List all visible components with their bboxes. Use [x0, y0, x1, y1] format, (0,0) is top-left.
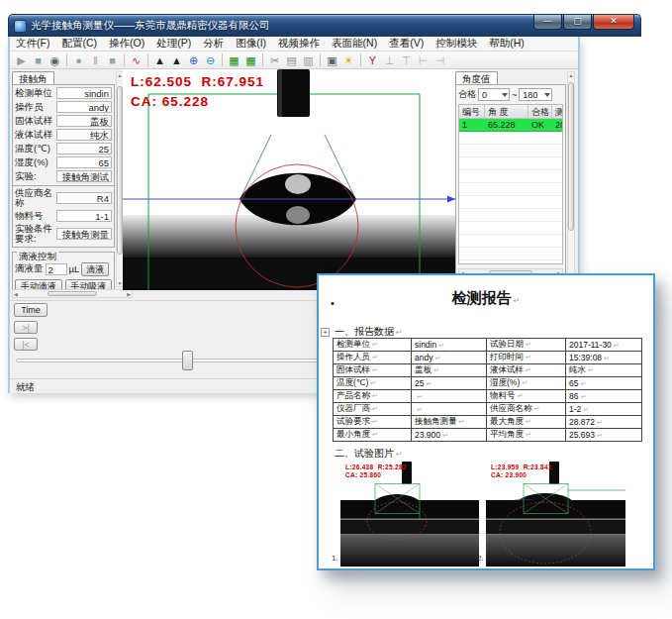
- report-cell-label: 试验要求: [334, 416, 412, 429]
- stop-icon[interactable]: ■: [30, 52, 47, 68]
- close-button[interactable]: ✕: [593, 15, 634, 30]
- outline-expand-icon[interactable]: +: [321, 328, 330, 337]
- dispense-button[interactable]: 滴液: [81, 262, 109, 276]
- menu-item-4[interactable]: 分析: [197, 37, 230, 51]
- menu-item-9[interactable]: 控制模块: [430, 37, 483, 51]
- angle-row-empty: [459, 248, 562, 260]
- field-input[interactable]: 盖板: [56, 115, 112, 127]
- field-input[interactable]: sindin: [56, 87, 112, 99]
- field-input[interactable]: 纯水: [56, 129, 112, 141]
- droplet-highlight-bottom: [286, 206, 310, 224]
- menu-item-0[interactable]: 文件(F): [10, 37, 55, 51]
- report-cell-label: 温度(℃): [334, 377, 412, 390]
- window-title: 光学接触角测量仪——东莞市晟鼎精密仪器有限公司: [31, 19, 270, 33]
- angle-row-empty: [459, 145, 562, 157]
- roi-grid2-icon[interactable]: ▦: [242, 52, 259, 68]
- histogram-icon[interactable]: ∿: [128, 52, 144, 68]
- angle-row-empty: [459, 222, 562, 235]
- angle-right-icon[interactable]: ⊤: [398, 52, 415, 68]
- field-group-2: 供应商名称R4物料号1-1实验条件要求:接触角测量: [12, 186, 115, 248]
- angle-left-icon[interactable]: ⊥: [381, 52, 398, 68]
- angle-table-header: 编号角 度合格测量时间: [459, 105, 562, 119]
- cut-icon[interactable]: ✂: [266, 52, 283, 68]
- report-cell-value: 86: [566, 390, 642, 403]
- maximize-button[interactable]: ▢: [563, 15, 592, 30]
- angle-row-empty: [459, 132, 562, 145]
- angle-tool3-icon[interactable]: ⊢: [415, 52, 432, 68]
- field-input[interactable]: 接触角测试: [56, 170, 112, 182]
- timeline-hscrollbar[interactable]: ◀▶: [12, 289, 133, 298]
- step-forward-button[interactable]: >|: [14, 321, 38, 334]
- angle-col-header[interactable]: 角 度: [485, 105, 528, 118]
- field-label: 检测单位: [15, 88, 56, 98]
- menu-item-2[interactable]: 操作(O): [103, 37, 150, 51]
- menu-item-6[interactable]: 视频操作: [272, 37, 326, 51]
- zoom-out-icon[interactable]: ⊖: [202, 52, 219, 68]
- field-input[interactable]: 接触角测量: [56, 228, 112, 240]
- menu-item-10[interactable]: 帮助(H): [483, 37, 530, 51]
- toolbar-separator: [147, 53, 148, 66]
- minimize-button[interactable]: —: [533, 15, 562, 30]
- field-row: 检测单位sindin: [15, 87, 112, 99]
- copy-icon[interactable]: ▤: [283, 52, 300, 68]
- report-cell-label: 湿度(%): [487, 377, 566, 390]
- angle-cell: 1: [459, 119, 485, 131]
- volume-input[interactable]: 2: [46, 263, 67, 275]
- menu-item-7[interactable]: 表面能(N): [326, 37, 383, 51]
- menu-item-3[interactable]: 处理(P): [150, 37, 197, 51]
- field-input[interactable]: andy: [56, 101, 112, 113]
- step-back-button[interactable]: |<: [14, 338, 38, 351]
- range-max-dropdown[interactable]: 180: [519, 88, 552, 101]
- angle-row-selected[interactable]: 165.228OK20: [459, 119, 562, 132]
- roi-grid-icon[interactable]: ▦: [226, 52, 242, 68]
- toolbar-separator: [66, 53, 67, 66]
- baseline-up-icon[interactable]: ▲: [151, 52, 168, 68]
- report-cell-label: 操作人员: [334, 352, 412, 364]
- test-image-1: L:26.438 R:25.282 CA: 25.860: [340, 462, 479, 567]
- menu-bar: 文件(F)配置(C)操作(O)处理(P)分析图像(I)视频操作表面能(N)查看(…: [10, 37, 578, 52]
- menu-item-5[interactable]: 图像(I): [230, 37, 272, 51]
- report-cell-label: 平均角度: [487, 429, 566, 442]
- time-button[interactable]: Time: [14, 303, 48, 317]
- video-area[interactable]: L:62.505 R:67.951 CA: 65.228: [123, 69, 455, 290]
- titlebar[interactable]: 光学接触角测量仪——东莞市晟鼎精密仪器有限公司 — ▢ ✕: [8, 14, 641, 37]
- field-input[interactable]: 65: [56, 156, 112, 168]
- report-window[interactable]: • 检测报告 + 一、报告数据 检测单位sindin试验日期2017-11-30…: [317, 273, 655, 570]
- content-area: 接触角 检测单位sindin操作员andy固体试样盖板液体试样纯水温度(℃)25…: [10, 69, 578, 289]
- angle-col-header[interactable]: 合格: [528, 105, 552, 118]
- stop-frame-icon[interactable]: ■: [104, 52, 121, 68]
- play-icon[interactable]: ▶: [13, 52, 30, 68]
- menu-item-1[interactable]: 配置(C): [55, 37, 103, 51]
- field-input[interactable]: R4: [56, 192, 112, 204]
- angle-row-empty: [459, 183, 562, 196]
- volume-label: 滴液量: [15, 262, 44, 275]
- report-cell-label: 最小角度: [334, 429, 412, 442]
- field-input[interactable]: 1-1: [56, 210, 112, 222]
- record-icon[interactable]: ●: [70, 52, 87, 68]
- substrate-gradient: [340, 535, 479, 567]
- angle-col-header[interactable]: 测量时间: [552, 105, 563, 118]
- baseline-down-icon[interactable]: ▲: [168, 52, 185, 68]
- field-label: 实验条件要求:: [15, 224, 56, 244]
- tab-angle-values[interactable]: 角度值: [455, 71, 498, 84]
- drop-control-title: 滴液控制: [17, 251, 58, 263]
- crosshair-icon[interactable]: ⊕: [185, 52, 202, 68]
- angle-table[interactable]: 编号角 度合格测量时间 165.228OK20: [458, 104, 563, 264]
- angle-tool4-icon[interactable]: ⊣: [432, 52, 448, 68]
- field-input[interactable]: 25: [56, 143, 112, 155]
- playback-slider-handle[interactable]: [182, 351, 193, 370]
- pause-icon[interactable]: ‖: [87, 52, 104, 68]
- report-cell-value: 25: [412, 377, 487, 390]
- range-min-dropdown[interactable]: 0: [478, 88, 510, 101]
- angle-measure-icon[interactable]: Y: [364, 52, 381, 68]
- paste-icon[interactable]: ▥: [300, 52, 317, 68]
- angle-col-header[interactable]: 编号: [459, 105, 485, 118]
- print-icon[interactable]: ▣: [324, 52, 340, 68]
- camera-icon[interactable]: ◉: [47, 52, 63, 68]
- menu-item-8[interactable]: 查看(V): [383, 37, 430, 51]
- tab-contact-angle[interactable]: 接触角: [12, 71, 54, 84]
- angle-row-empty: [459, 157, 562, 170]
- angle-panel-scrollbar[interactable]: ▲▼: [567, 71, 575, 283]
- bulb-icon[interactable]: ☀: [340, 52, 357, 68]
- status-text: 就绪: [16, 381, 35, 392]
